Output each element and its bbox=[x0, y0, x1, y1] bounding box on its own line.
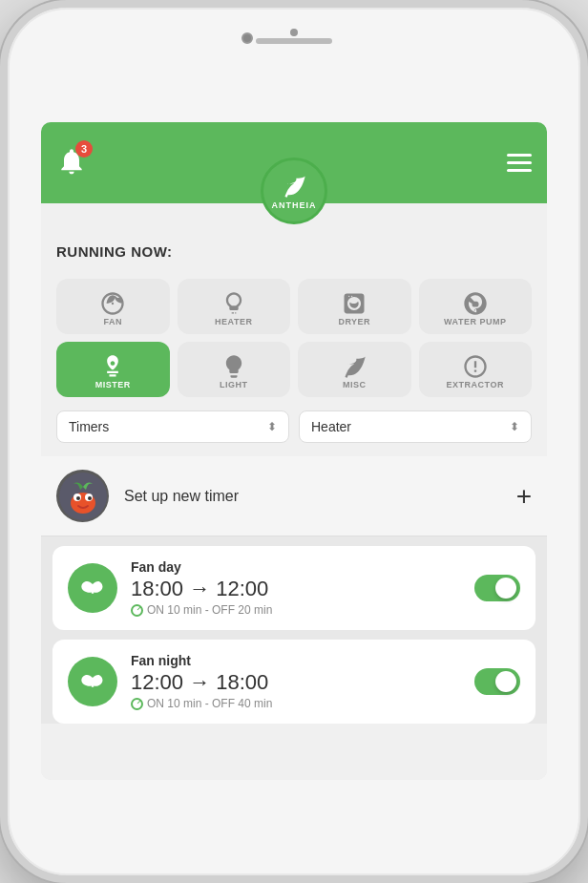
water-pump-label: WATER PUMP bbox=[444, 317, 506, 326]
running-now-section: RUNNING NOW: bbox=[41, 232, 547, 279]
light-label: LIGHT bbox=[220, 380, 248, 389]
extractor-icon bbox=[462, 353, 489, 380]
fan-night-time: 12:00 → 18:00 bbox=[131, 670, 461, 695]
camera bbox=[242, 32, 253, 44]
hamburger-line-3 bbox=[507, 169, 532, 172]
hamburger-menu[interactable] bbox=[507, 154, 532, 172]
new-timer-label: Set up new timer bbox=[109, 488, 516, 505]
timers-dropdown[interactable]: Timers ⬍ bbox=[56, 410, 289, 443]
fan-icon bbox=[99, 290, 126, 317]
fan-day-name: Fan day bbox=[131, 559, 461, 575]
speaker bbox=[256, 38, 332, 44]
device-fan[interactable]: FAN bbox=[56, 279, 170, 334]
fan-day-time: 18:00 → 12:00 bbox=[131, 577, 461, 601]
screen: 3 ANTHEIA RUNNING NOW bbox=[41, 122, 547, 780]
leaf-icon bbox=[281, 173, 307, 200]
fan-timer-icon-1 bbox=[79, 575, 106, 601]
svg-point-4 bbox=[76, 496, 80, 500]
device-light[interactable]: LIGHT bbox=[178, 342, 291, 397]
mister-label: MISTER bbox=[95, 380, 131, 389]
timers-dropdown-arrow: ⬍ bbox=[267, 420, 277, 433]
fan-night-schedule: ON 10 min - OFF 40 min bbox=[131, 697, 461, 710]
fan-day-toggle[interactable] bbox=[474, 575, 520, 601]
misc-label: MISC bbox=[343, 380, 367, 389]
svg-point-5 bbox=[88, 496, 92, 500]
device-dryer[interactable]: DRYER bbox=[298, 279, 411, 334]
timer-section: Set up new timer + Fan day 18:00 → 12:00 bbox=[41, 456, 547, 724]
device-misc[interactable]: MISC bbox=[298, 342, 411, 397]
heater-icon bbox=[220, 290, 247, 317]
fan-night-toggle[interactable] bbox=[474, 668, 520, 695]
app-header: 3 ANTHEIA bbox=[41, 122, 547, 203]
water-pump-icon bbox=[462, 290, 489, 317]
hamburger-line-2 bbox=[507, 161, 532, 164]
device-extractor[interactable]: EXTRACTOR bbox=[419, 342, 533, 397]
logo-circle: ANTHEIA bbox=[261, 158, 327, 224]
clock-icon-2 bbox=[131, 698, 143, 710]
heater-label: HEATER bbox=[215, 317, 252, 326]
mister-icon bbox=[99, 353, 126, 380]
timer-fan-night-icon bbox=[68, 657, 117, 706]
timer-fan-day-icon bbox=[68, 563, 117, 613]
clock-icon-1 bbox=[131, 604, 143, 617]
fan-day-schedule: ON 10 min - OFF 20 min bbox=[131, 603, 461, 617]
dryer-label: DRYER bbox=[338, 317, 370, 326]
fan-night-name: Fan night bbox=[131, 653, 461, 668]
fan-timer-icon-2 bbox=[79, 668, 106, 695]
mascot-svg bbox=[59, 473, 107, 520]
misc-icon bbox=[341, 353, 368, 380]
logo-center: ANTHEIA bbox=[261, 158, 327, 224]
device-grid: FAN HEATER DRYER bbox=[41, 279, 547, 397]
timers-dropdown-value: Timers bbox=[69, 419, 109, 434]
hamburger-line-1 bbox=[507, 154, 532, 157]
mascot-avatar bbox=[56, 470, 109, 522]
dropdown-row: Timers ⬍ Heater ⬍ bbox=[41, 397, 547, 456]
main-content: RUNNING NOW: FAN HEATER bbox=[41, 203, 547, 780]
timer-info-fan-day: Fan day 18:00 → 12:00 ON 10 min - OFF 20… bbox=[131, 559, 461, 617]
running-now-title: RUNNING NOW: bbox=[56, 243, 532, 260]
extractor-label: EXTRACTOR bbox=[447, 380, 504, 389]
device-mister[interactable]: MISTER bbox=[56, 342, 170, 397]
dryer-icon bbox=[341, 290, 368, 317]
logo-text: ANTHEIA bbox=[272, 200, 317, 210]
device-heater[interactable]: HEATER bbox=[178, 279, 291, 334]
timer-info-fan-night: Fan night 12:00 → 18:00 ON 10 min - OFF … bbox=[131, 653, 461, 710]
notification-bell[interactable]: 3 bbox=[56, 146, 87, 180]
notification-badge: 3 bbox=[75, 140, 93, 158]
light-icon bbox=[220, 353, 247, 380]
plus-icon[interactable]: + bbox=[516, 481, 532, 512]
device-water-pump[interactable]: WATER PUMP bbox=[419, 279, 533, 334]
device-dropdown[interactable]: Heater ⬍ bbox=[299, 410, 532, 443]
phone-frame: 3 ANTHEIA RUNNING NOW bbox=[0, 0, 588, 883]
timer-card-fan-night: Fan night 12:00 → 18:00 ON 10 min - OFF … bbox=[52, 640, 536, 724]
fan-label: FAN bbox=[104, 317, 123, 326]
device-dropdown-value: Heater bbox=[311, 419, 351, 434]
device-dropdown-arrow: ⬍ bbox=[510, 420, 519, 433]
new-timer-row[interactable]: Set up new timer + bbox=[41, 456, 547, 536]
timer-card-fan-day: Fan day 18:00 → 12:00 ON 10 min - OFF 20… bbox=[52, 546, 536, 630]
